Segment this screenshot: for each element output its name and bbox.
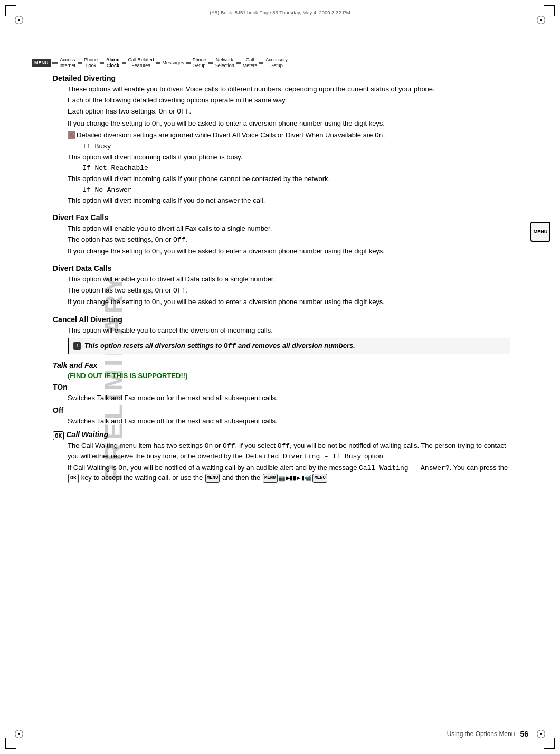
warning-box: ! This option resets all diversion setti…: [68, 338, 510, 354]
section-title-call-waiting: Call Waiting: [66, 430, 108, 439]
main-content: Detailed Diverting These options will en…: [53, 74, 510, 527]
mono-if-not-reachable: If Not Reachable: [82, 164, 510, 172]
para-detailed-3: Each option has two settings, On or Off.: [68, 107, 510, 117]
corner-mark-tl: [5, 5, 16, 16]
menu-navigation-bar: MENU AccessInternet PhoneBook AlarmClock…: [32, 55, 518, 70]
menu-item-call-meters[interactable]: CallMeters: [241, 57, 260, 69]
section-title-talk-fax: Talk and Fax: [53, 361, 510, 370]
para-data-2: The option has two settings, On or Off.: [68, 286, 510, 296]
corner-mark-bl: [5, 738, 16, 749]
menu-key-3: MENU: [312, 474, 327, 483]
menu-item-phone-book[interactable]: PhoneBook: [82, 57, 100, 69]
menu-item-accessory-setup[interactable]: AccessorySetup: [263, 57, 290, 69]
footer-title: Using the Options Menu: [447, 730, 515, 738]
ok-badge-title: OK: [53, 431, 64, 440]
corner-mark-tr: [544, 5, 555, 16]
para-if-no-answer: This option will divert incoming calls i…: [68, 196, 510, 205]
section-title-divert-data: Divert Data Calls: [53, 264, 510, 272]
ok-key: OK: [68, 474, 79, 483]
para-detailed-1: These options will enable you to divert …: [68, 84, 510, 94]
para-cw-2: If Call Waiting is On, you will be notif…: [68, 463, 510, 483]
menu-item-phone-setup[interactable]: PhoneSetup: [191, 57, 208, 69]
para-detailed-4: If you change the setting to On, you wil…: [68, 119, 510, 129]
para-if-busy: This option will divert incoming calls i…: [68, 153, 510, 162]
reg-mark-tl: [15, 16, 23, 24]
book-header-info: (A5) Book_8J51.book Page 56 Thursday, Ma…: [32, 10, 528, 15]
para-fax-3: If you change the setting to On, you wil…: [68, 247, 510, 257]
menu-item-alarm-clock[interactable]: AlarmClock: [104, 57, 122, 69]
section-title-ton: TOn: [53, 383, 510, 391]
page-number: 56: [520, 730, 528, 738]
menu-item-network-selection[interactable]: NetworkSelection: [213, 57, 236, 69]
para-find-out: (FIND OUT IF THIS IS SUPPORTED!!): [68, 372, 510, 380]
mono-if-no-answer: If No Answer: [82, 186, 510, 194]
mono-if-busy: If Busy: [82, 143, 510, 150]
menu-item-access-internet[interactable]: AccessInternet: [58, 57, 78, 69]
menu-key-2: MENU: [263, 474, 278, 483]
para-cancel-1: This option will enable you to cancel th…: [68, 326, 510, 335]
para-data-1: This option will enable you to divert al…: [68, 275, 510, 284]
note-icon-1: 🔖: [68, 131, 75, 139]
menu-item-messages[interactable]: Messages: [160, 60, 186, 66]
reg-mark-tr: [537, 16, 545, 24]
reg-mark-bl: [15, 730, 23, 738]
para-if-not-reachable: This option will divert incoming calls i…: [68, 174, 510, 184]
corner-mark-br: [544, 738, 555, 749]
section-title-detailed-diverting: Detailed Diverting: [53, 74, 510, 82]
menu-label: MENU: [32, 59, 51, 67]
section-title-cancel-all: Cancel All Diverting: [53, 315, 510, 324]
para-detailed-2: Each of the following detailed diverting…: [68, 96, 510, 105]
para-ton: Switches Talk and Fax mode on for the ne…: [68, 393, 510, 403]
para-fax-1: This option will enable you to divert al…: [68, 224, 510, 233]
page-footer: Using the Options Menu 56: [32, 730, 528, 738]
menu-key-1: MENU: [205, 474, 220, 483]
section-title-off: Off: [53, 406, 510, 414]
reg-mark-br: [537, 730, 545, 738]
para-detailed-5: 🔖Detailed diversion settings are ignored…: [68, 130, 510, 140]
para-cw-1: The Call Waiting menu item has two setti…: [68, 441, 510, 461]
para-data-3: If you change the setting to On, you wil…: [68, 297, 510, 307]
para-fax-2: The option has two settings, On or Off.: [68, 235, 510, 245]
menu-item-call-related[interactable]: Call RelatedFeatures: [126, 57, 156, 69]
para-off: Switches Talk and Fax mode off for the n…: [68, 417, 510, 426]
menu-button[interactable]: MENU: [530, 222, 550, 242]
warning-icon: !: [73, 342, 81, 350]
section-title-divert-fax: Divert Fax Calls: [53, 213, 510, 222]
